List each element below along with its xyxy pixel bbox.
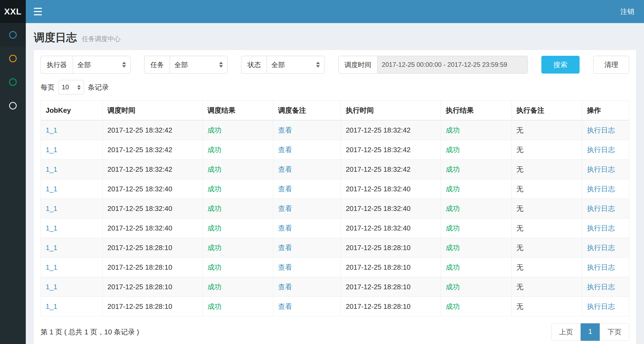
length-menu-suffix: 条记录 (88, 83, 109, 92)
search-button[interactable]: 搜索 (541, 56, 580, 74)
trigger-time-range-input[interactable]: 2017-12-25 00:00:00 - 2017-12-25 23:59:5… (377, 56, 528, 74)
handle-msg: 无 (511, 238, 582, 258)
execution-log-link[interactable]: 执行日志 (587, 263, 615, 271)
jobkey-link[interactable]: 1_1 (46, 283, 57, 291)
trigger-time: 2017-12-25 18:32:40 (103, 199, 202, 218)
trigger-result: 成功 (202, 179, 273, 199)
execution-log-link-cell: 执行日志 (582, 199, 629, 218)
handle-msg: 无 (511, 218, 582, 238)
handle-result: 成功 (441, 238, 511, 258)
jobkey-link[interactable]: 1_1 (46, 165, 57, 173)
trigger-msg-link[interactable]: 查看 (278, 204, 292, 213)
navbar-right: 注销 (620, 0, 644, 23)
jobkey-link[interactable]: 1_1 (46, 204, 57, 213)
column-header-2: 调度结果 (202, 101, 273, 120)
handle-result: 成功 (441, 160, 511, 179)
jobkey-link[interactable]: 1_1 (46, 302, 57, 310)
handle-result: 成功 (441, 199, 511, 218)
execution-log-link[interactable]: 执行日志 (587, 283, 615, 291)
jobkey-link[interactable]: 1_1 (46, 244, 57, 252)
page-size-select[interactable]: 10 (58, 80, 84, 94)
execution-log-link[interactable]: 执行日志 (587, 185, 615, 193)
jobkey-link[interactable]: 1_1 (46, 224, 57, 232)
next-page-button[interactable]: 下页 (600, 323, 629, 341)
trigger-time: 2017-12-25 18:28:10 (103, 238, 202, 258)
column-header-5: 执行结果 (441, 101, 511, 120)
trigger-time: 2017-12-25 18:28:10 (103, 297, 202, 316)
table-row: 1_12017-12-25 18:32:40成功查看2017-12-25 18:… (41, 199, 629, 218)
handle-result: 成功 (441, 179, 511, 199)
jobkey-link[interactable]: 1_1 (46, 126, 57, 134)
jobkey-link-cell: 1_1 (41, 238, 103, 258)
trigger-msg-link[interactable]: 查看 (278, 165, 292, 173)
table-row: 1_12017-12-25 18:28:10成功查看2017-12-25 18:… (41, 297, 629, 316)
handle-result: 成功 (441, 277, 511, 297)
status-select[interactable]: 全部 (267, 56, 324, 74)
logout-link[interactable]: 注销 (620, 7, 634, 16)
trigger-msg-link[interactable]: 查看 (278, 146, 292, 154)
trigger-msg-link[interactable]: 查看 (278, 244, 292, 252)
log-box: 执行器 全部 任务 全部 状态 (33, 50, 636, 344)
sidebar-item-2[interactable] (0, 47, 26, 70)
execution-log-link-cell: 执行日志 (582, 140, 629, 160)
jobkey-link[interactable]: 1_1 (46, 146, 57, 154)
trigger-msg-link[interactable]: 查看 (278, 302, 292, 310)
trigger-msg-link[interactable]: 查看 (278, 224, 292, 232)
handle-msg: 无 (511, 199, 582, 218)
handle-result: 成功 (441, 258, 511, 277)
trigger-msg-link-cell: 查看 (273, 238, 341, 258)
handle-time: 2017-12-25 18:32:42 (341, 160, 441, 179)
app-logo[interactable]: XXL (0, 0, 26, 23)
execution-log-link[interactable]: 执行日志 (587, 224, 615, 232)
circle-icon (9, 102, 17, 109)
execution-log-link[interactable]: 执行日志 (587, 244, 615, 252)
trigger-msg-link[interactable]: 查看 (278, 283, 292, 291)
execution-log-link[interactable]: 执行日志 (587, 204, 615, 213)
jobkey-link-cell: 1_1 (41, 179, 103, 199)
trigger-msg-link-cell: 查看 (273, 218, 341, 238)
table-row: 1_12017-12-25 18:32:42成功查看2017-12-25 18:… (41, 160, 629, 179)
clear-button[interactable]: 清理 (593, 56, 629, 74)
executor-filter-label: 执行器 (41, 56, 73, 74)
status-filter-label: 状态 (241, 56, 267, 74)
select-arrows-icon (312, 62, 320, 68)
prev-page-button[interactable]: 上页 (551, 323, 581, 341)
trigger-msg-link[interactable]: 查看 (278, 126, 292, 134)
trigger-result: 成功 (202, 120, 273, 140)
sidebar-item-4[interactable] (0, 94, 26, 118)
sidebar-item-3[interactable] (0, 70, 26, 94)
trigger-result: 成功 (202, 258, 273, 277)
handle-msg: 无 (511, 160, 582, 179)
trigger-time: 2017-12-25 18:32:40 (103, 179, 202, 199)
execution-log-link[interactable]: 执行日志 (587, 126, 615, 134)
column-header-1: 调度时间 (103, 101, 202, 120)
jobkey-link[interactable]: 1_1 (46, 185, 57, 193)
trigger-time: 2017-12-25 18:28:10 (103, 277, 202, 297)
handle-time: 2017-12-25 18:32:42 (341, 140, 441, 160)
job-select-value: 全部 (174, 60, 188, 69)
trigger-time: 2017-12-25 18:32:42 (103, 160, 202, 179)
trigger-msg-link[interactable]: 查看 (278, 263, 292, 271)
execution-log-link[interactable]: 执行日志 (587, 302, 615, 310)
circle-icon (9, 55, 17, 62)
page-number-button[interactable]: 1 (581, 323, 600, 341)
trigger-msg-link-cell: 查看 (273, 179, 341, 199)
table-row: 1_12017-12-25 18:32:40成功查看2017-12-25 18:… (41, 179, 629, 199)
trigger-msg-link-cell: 查看 (273, 297, 341, 316)
filter-row: 执行器 全部 任务 全部 状态 (41, 56, 629, 74)
column-header-6: 执行备注 (511, 101, 582, 120)
trigger-msg-link[interactable]: 查看 (278, 185, 292, 193)
executor-select[interactable]: 全部 (73, 56, 131, 74)
execution-log-link[interactable]: 执行日志 (587, 146, 615, 154)
jobkey-link[interactable]: 1_1 (46, 263, 57, 271)
handle-result: 成功 (441, 140, 511, 160)
circle-icon (9, 31, 17, 39)
sidebar-item-1[interactable] (0, 23, 26, 47)
table-header-row: JobKey调度时间调度结果调度备注执行时间执行结果执行备注操作 (41, 101, 629, 120)
table-row: 1_12017-12-25 18:32:42成功查看2017-12-25 18:… (41, 120, 629, 140)
dispatch-log-table: JobKey调度时间调度结果调度备注执行时间执行结果执行备注操作 1_12017… (41, 100, 629, 316)
sidebar-toggle-button[interactable] (26, 0, 50, 23)
job-select[interactable]: 全部 (170, 56, 227, 74)
execution-log-link-cell: 执行日志 (582, 218, 629, 238)
execution-log-link[interactable]: 执行日志 (587, 165, 615, 173)
